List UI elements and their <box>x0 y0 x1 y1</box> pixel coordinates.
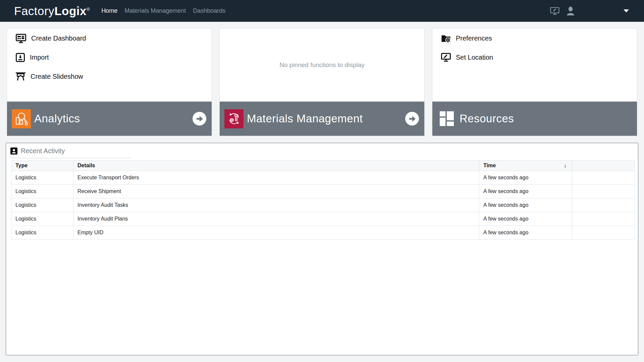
navbar-right-group <box>550 6 629 15</box>
activity-row-3[interactable]: Logistics Inventory Audit Tasks A few se… <box>11 198 635 212</box>
column-header-empty <box>572 161 635 171</box>
materials-arrow-icon[interactable] <box>405 112 419 126</box>
resources-band-title: Resources <box>460 112 514 125</box>
analytics-card-body: Create Dashboard Import <box>7 28 212 102</box>
nav-item-dashboards[interactable]: Dashboards <box>192 6 226 16</box>
row-2-time: A few seconds ago <box>479 185 572 198</box>
nav-item-materials-management[interactable]: Materials Management <box>124 6 186 16</box>
create-dashboard-label: Create Dashboard <box>31 35 86 42</box>
row-1-empty <box>572 171 635 185</box>
row-3-details: Inventory Audit Tasks <box>73 198 479 212</box>
set-location-label: Set Location <box>456 54 493 61</box>
recent-activity-title: Recent Activity <box>21 147 65 155</box>
import-icon <box>16 53 25 62</box>
import-item[interactable]: Import <box>16 48 212 67</box>
row-4-type: Logistics <box>11 212 73 226</box>
preferences-item[interactable]: Preferences <box>441 29 637 48</box>
materials-band-title: Materials Management <box>247 112 363 125</box>
create-dashboard-item[interactable]: Create Dashboard <box>16 29 212 48</box>
sort-descending-icon: ↓ <box>564 163 567 169</box>
logo-text-thin: Factory <box>14 4 54 17</box>
row-1-type: Logistics <box>11 171 73 185</box>
materials-band[interactable]: Materials Management <box>220 102 424 136</box>
column-header-time[interactable]: Time ↓ <box>479 161 572 171</box>
create-dashboard-icon <box>16 34 26 43</box>
materials-management-icon <box>224 109 244 128</box>
row-5-time: A few seconds ago <box>479 226 572 240</box>
set-location-icon <box>441 53 451 62</box>
row-4-details: Inventory Audit Plans <box>73 212 479 226</box>
table-header-row: Type Details Time ↓ <box>11 161 635 171</box>
create-slideshow-icon <box>16 72 25 81</box>
row-2-details: Receive Shipment <box>73 185 479 198</box>
recent-activity-panel: Recent Activity Type Details Time ↓ Logi… <box>6 143 638 355</box>
materials-card-body: No pinned functions to display <box>220 28 424 102</box>
analytics-icon <box>12 109 31 128</box>
row-3-time: A few seconds ago <box>479 198 572 212</box>
contact-card-icon <box>10 147 17 155</box>
analytics-band-title: Analytics <box>34 112 80 125</box>
registered-mark: ® <box>87 7 90 12</box>
recent-activity-table: Type Details Time ↓ Logistics Execute Tr… <box>11 160 635 240</box>
set-location-item[interactable]: Set Location <box>441 48 637 67</box>
caret-down-icon[interactable] <box>624 9 629 12</box>
main-nav: Home Materials Management Dashboards <box>101 6 226 16</box>
row-5-type: Logistics <box>11 226 73 240</box>
nav-item-home[interactable]: Home <box>101 6 118 16</box>
preferences-label: Preferences <box>456 35 492 42</box>
create-slideshow-item[interactable]: Create Slideshow <box>16 67 212 86</box>
activity-row-5[interactable]: Logistics Empty UID A few seconds ago <box>11 226 635 240</box>
materials-card: No pinned functions to display <box>219 28 425 136</box>
row-2-type: Logistics <box>11 185 73 198</box>
row-4-empty <box>572 212 635 226</box>
resources-card: Preferences Set Location <box>432 28 637 136</box>
create-slideshow-label: Create Slideshow <box>31 73 83 80</box>
activity-row-4[interactable]: Logistics Inventory Audit Plans A few se… <box>11 212 635 226</box>
home-cards-row: Create Dashboard Import <box>7 28 637 136</box>
recent-activity-header: Recent Activity <box>10 147 131 158</box>
row-1-time: A few seconds ago <box>479 171 572 185</box>
logo-text-bold: Logix <box>54 4 87 17</box>
factorylogix-logo: FactoryLogix® <box>14 4 90 18</box>
top-navbar: FactoryLogix® Home Materials Management … <box>0 0 644 22</box>
column-header-type[interactable]: Type <box>11 161 73 171</box>
row-3-type: Logistics <box>11 198 73 212</box>
resources-icon <box>437 109 456 128</box>
column-header-details[interactable]: Details <box>73 161 479 171</box>
no-pinned-functions-text: No pinned functions to display <box>279 61 365 69</box>
analytics-arrow-icon[interactable] <box>193 112 206 126</box>
preferences-icon <box>441 34 451 43</box>
activity-row-2[interactable]: Logistics Receive Shipment A few seconds… <box>11 185 635 198</box>
row-4-time: A few seconds ago <box>479 212 572 226</box>
user-icon[interactable] <box>566 6 575 15</box>
row-3-empty <box>572 198 635 212</box>
activity-row-1[interactable]: Logistics Execute Transport Orders A few… <box>11 171 635 185</box>
analytics-card: Create Dashboard Import <box>7 28 212 136</box>
resources-band[interactable]: Resources <box>432 102 637 136</box>
analytics-band[interactable]: Analytics <box>7 102 212 136</box>
resources-card-body: Preferences Set Location <box>432 28 637 102</box>
row-2-empty <box>572 185 635 198</box>
display-edit-icon[interactable] <box>550 7 559 15</box>
row-5-empty <box>572 226 635 240</box>
row-1-details: Execute Transport Orders <box>73 171 479 185</box>
import-label: Import <box>30 54 49 61</box>
row-5-details: Empty UID <box>73 226 479 240</box>
column-header-time-label: Time <box>483 163 496 168</box>
